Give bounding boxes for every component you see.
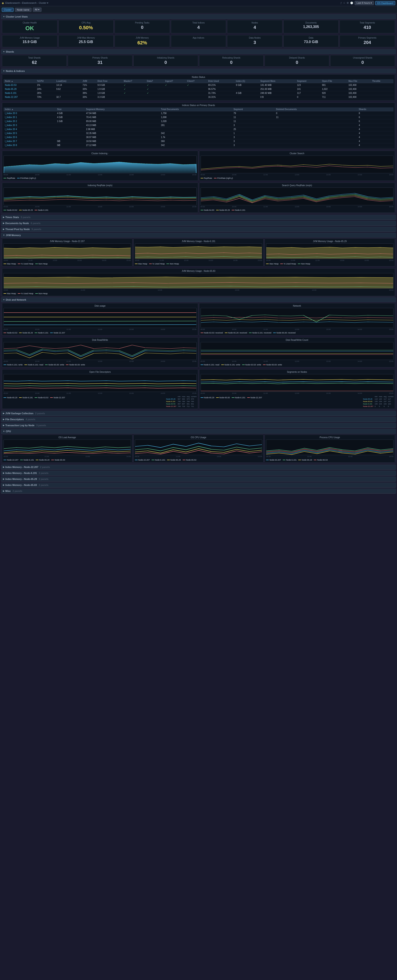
cell-idx-size bbox=[56, 127, 85, 131]
table-row: l_Index 20 8 0iB 27.12 MiB 342 3 4 bbox=[3, 143, 394, 147]
col-master[interactable]: Master? bbox=[123, 79, 145, 83]
col-open-file[interactable]: Open File bbox=[320, 79, 347, 83]
idx-col-deldocs[interactable]: Deleted Documents bbox=[275, 107, 357, 111]
cluster-stats-header[interactable]: ▼ Cluster Level Stats bbox=[1, 14, 396, 19]
cluster-health-value: OK bbox=[5, 25, 55, 32]
col-segment[interactable]: Segment bbox=[296, 79, 320, 83]
settings-icon[interactable]: ⚙ bbox=[347, 2, 349, 5]
cell-master: ✓ bbox=[123, 91, 145, 95]
nodes-indices-header[interactable]: ▼ Nodes & Indices bbox=[1, 69, 396, 73]
primary-segments-label: Primary Segments bbox=[342, 37, 392, 39]
nodes-table-container: Node ▲ %CPU Load(1m) JVM Disk Free Maste… bbox=[3, 79, 394, 99]
idx-col-size[interactable]: Size bbox=[56, 107, 85, 111]
total-segments-card: Total Segments 410 bbox=[340, 20, 395, 33]
cell-idx-shards: 4 bbox=[357, 135, 394, 139]
indices-status-section: Indices Status on Primary Shards Index ▲… bbox=[1, 102, 396, 150]
col-jvm[interactable]: JVM bbox=[81, 79, 96, 83]
cell-idx-segmem: 89.00 MiB bbox=[85, 119, 159, 123]
cell-idx-deldocs: 11 bbox=[275, 115, 357, 119]
cell-idx-size: 4 GiB bbox=[56, 111, 85, 115]
cell-cpu: 24% bbox=[36, 87, 55, 91]
table-row: Node-6.191 26% 39% 1.8 GiB ✓ ✓ 31.73% 4 … bbox=[3, 91, 394, 95]
jvm-gc-header[interactable]: ▶ JVM Garbage Collection 2 panels bbox=[1, 411, 396, 416]
idx-col-shards[interactable]: Shards bbox=[357, 107, 394, 111]
delayed-shards-card: Delayed Shards 0 bbox=[265, 55, 329, 67]
primary-shards-card: Primary Shards 31 bbox=[68, 55, 132, 67]
legend-fd-6529: Node-65.29 bbox=[3, 396, 17, 399]
cell-index1: 9 GiB bbox=[234, 83, 259, 87]
col-load[interactable]: Load(1m) bbox=[55, 79, 81, 83]
jvm-memory-header[interactable]: ▼ JVM Memory bbox=[1, 233, 396, 238]
process-cpu-title: Process CPU Usage bbox=[266, 436, 394, 439]
thread-pool-header[interactable]: ▶ Thread Pool by Node 9 panels bbox=[1, 227, 396, 232]
svg-marker-1 bbox=[4, 247, 131, 259]
fd-stats-table: minmaxavgcurrent Node-65.29967983975975 … bbox=[166, 396, 196, 407]
col-index[interactable]: Index (1) bbox=[234, 79, 259, 83]
share-icon[interactable]: ⤴ bbox=[340, 2, 342, 5]
col-node[interactable]: Node ▲ bbox=[3, 79, 36, 83]
col-max-file[interactable]: Max File bbox=[347, 79, 371, 83]
transaction-log-header[interactable]: ▶ Transaction Log by Node 3 panels bbox=[1, 423, 396, 428]
col-client[interactable]: Client? bbox=[186, 79, 207, 83]
star-icon[interactable]: ☆ bbox=[343, 2, 345, 5]
legend-nonheap-22: Non-Heap bbox=[35, 263, 48, 265]
cpu-header[interactable]: ▼ CPU bbox=[1, 429, 396, 434]
disk-count-legend: Node-6.191: read Node-6.191: write Node-… bbox=[201, 364, 394, 366]
idx-col-docs[interactable]: Total Documents bbox=[159, 107, 232, 111]
cell-idx-name: l_Index 20 4 bbox=[3, 127, 56, 131]
dashboard-button[interactable]: ES Dashboard bbox=[375, 1, 395, 5]
idx-mem-6583-header[interactable]: ▶ Index Memory - Node-65.83 2 panels bbox=[1, 483, 396, 487]
legend-net-6529: Node-65.29: received bbox=[225, 332, 247, 334]
init-shards-label: Initializing Shards bbox=[136, 57, 196, 59]
col-ingest[interactable]: Ingest? bbox=[164, 79, 186, 83]
data-value: 73.0 GiB bbox=[286, 40, 336, 44]
jvm-6529-chart bbox=[266, 243, 394, 259]
time-icon[interactable]: 🕐 bbox=[350, 2, 353, 5]
idx-col-segment[interactable]: Segment bbox=[232, 107, 275, 111]
total-indices-value: 4 bbox=[173, 25, 224, 30]
col-disk-free[interactable]: Disk Free bbox=[96, 79, 122, 83]
idx-mem-22207-header[interactable]: ▶ Index Memory - Node-22.207 2 panels bbox=[1, 465, 396, 469]
docs-by-node-header[interactable]: ▶ Documents by Node 6 panels bbox=[1, 221, 396, 226]
proc-cpu-time: 09:3011:0013:0014:00 bbox=[266, 455, 394, 458]
jvm-arrow-icon: ▼ bbox=[3, 234, 5, 236]
time-range-button[interactable]: Last 8 hours ▾ bbox=[355, 1, 374, 5]
jvm-gc-panels: 2 panels bbox=[35, 412, 45, 415]
documents-label: Documents bbox=[286, 22, 336, 24]
all-filter-button[interactable]: All ▾ bbox=[33, 8, 41, 12]
idx-mem-6191-header[interactable]: ▶ Index Memory - Node-6.191 2 panels bbox=[1, 471, 396, 476]
legend-fd-6191: Node-6.191 bbox=[19, 396, 33, 399]
node-name-filter-button[interactable]: Node name bbox=[15, 8, 32, 12]
breadcrumb[interactable]: Elasticsearch › Elasticsearch - Cluster … bbox=[5, 2, 48, 5]
times-stats-header[interactable]: ▶ Times Stats 5 panels bbox=[1, 215, 396, 220]
idx-mem-6529-header[interactable]: ▶ Index Memory - Node-65.29 2 panels bbox=[1, 477, 396, 482]
shards-header[interactable]: ▼ Shards bbox=[1, 49, 396, 54]
cell-max-file: 102,400 bbox=[347, 83, 371, 87]
disk-network-header[interactable]: ▼ Disk and Network bbox=[1, 298, 396, 302]
misc-header[interactable]: ▶ Misc 2 panels bbox=[1, 489, 396, 493]
cell-segment: 0 bbox=[296, 95, 320, 99]
col-seg-mem[interactable]: Segment Mem bbox=[259, 79, 296, 83]
col-disk-used[interactable]: Disk Used bbox=[207, 79, 234, 83]
idx-col-segmem[interactable]: Segment Memory bbox=[85, 107, 159, 111]
network-time: 09:3010:0011:0012:0013:0014:0015:00 bbox=[201, 328, 394, 331]
indexing-time-axis: 09:3010:0011:0012:0013:0014:0015:00 bbox=[3, 173, 197, 176]
idx-col-name[interactable]: Index ▲ bbox=[3, 107, 56, 111]
cluster-filter-button[interactable]: Cluster bbox=[2, 8, 14, 12]
cell-idx-segment: 3 bbox=[232, 143, 275, 147]
jvm-22207-chart bbox=[3, 243, 131, 259]
col-data[interactable]: Data? bbox=[145, 79, 164, 83]
os-cpu-usage-title: OS CPU Usage bbox=[135, 436, 262, 439]
col-throttle[interactable]: Throttle bbox=[371, 79, 394, 83]
file-descriptors-header[interactable]: ▶ File Descriptors 4 panels bbox=[1, 417, 396, 422]
times-stats-panels: 5 panels bbox=[21, 216, 30, 218]
cell-idx-segmem: 47.94 MiB bbox=[85, 111, 159, 115]
legend-load-6191: Node-6.191 bbox=[20, 459, 34, 461]
col-cpu[interactable]: %CPU bbox=[36, 79, 55, 83]
cell-jvm: 33% bbox=[81, 95, 96, 99]
cell-idx-deldocs bbox=[275, 123, 357, 127]
disk-count-time: 09:3010:0011:0012:0013:0014:0015:00 bbox=[201, 360, 394, 363]
unassigned-shards-card: Unassigned Shards 0 bbox=[330, 55, 395, 67]
os-load-time: 09:3011:0013:0014:00 bbox=[3, 455, 131, 458]
indexing-reqrate-title: Indexing ReqRate (req/s) bbox=[3, 184, 197, 186]
